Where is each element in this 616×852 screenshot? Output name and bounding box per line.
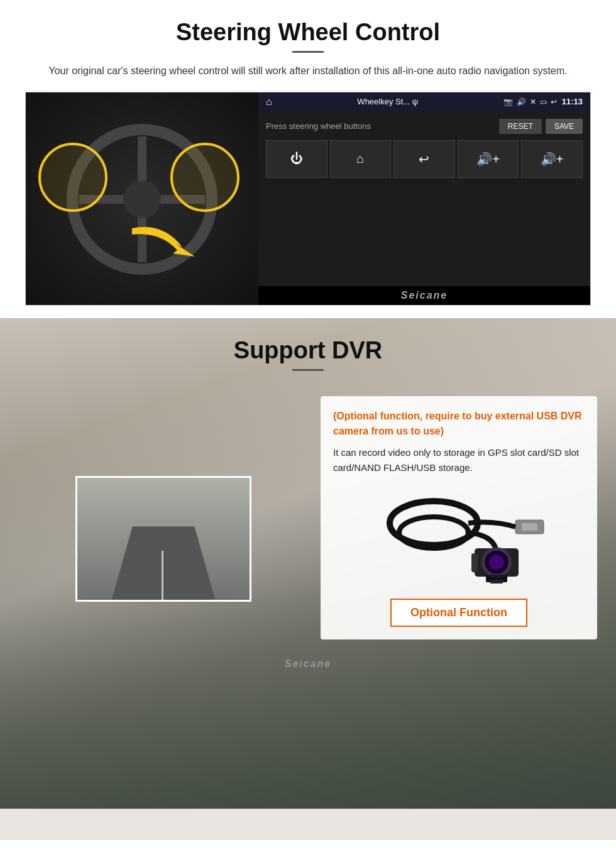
status-icons-group: 📷 🔊 ✕ ▭ ↩ bbox=[503, 97, 557, 106]
bottom-bar bbox=[0, 809, 616, 840]
swc-back-cell[interactable]: ↩ bbox=[393, 140, 455, 178]
swc-button-grid: ⏻ ⌂ ↩ 🔊+ 🔊+ bbox=[266, 140, 583, 178]
svg-point-8 bbox=[492, 557, 502, 567]
swc-vol-up-cell[interactable]: 🔊+ bbox=[458, 140, 519, 178]
volume-icon: 🔊 bbox=[517, 97, 526, 106]
steering-wheel-image bbox=[26, 92, 258, 306]
camera-icon: 📷 bbox=[503, 97, 513, 106]
status-time: 11:13 bbox=[562, 97, 583, 106]
swc-ui: Press steering wheel buttons RESET SAVE … bbox=[258, 111, 590, 286]
seicane-watermark-1: Seicane bbox=[258, 286, 590, 305]
swc-buttons-group: RESET SAVE bbox=[499, 119, 583, 134]
dvr-description: It can record video only to storage in G… bbox=[333, 445, 585, 475]
close-icon: ✕ bbox=[530, 97, 536, 106]
optional-function-button[interactable]: Optional Function bbox=[390, 599, 527, 627]
dvr-left-panel bbox=[19, 396, 308, 639]
dvr-info-box: (Optional function, require to buy exter… bbox=[321, 396, 597, 639]
dvr-dashcam-screenshot bbox=[75, 476, 251, 602]
swc-power-cell[interactable]: ⏻ bbox=[266, 140, 327, 178]
section1-divider bbox=[292, 51, 324, 53]
dvr-divider bbox=[292, 369, 324, 371]
dvr-content-area: (Optional function, require to buy exter… bbox=[0, 384, 616, 652]
road-center-line bbox=[162, 551, 163, 600]
android-screen: ⌂ Wheelkey St... ψ 📷 🔊 ✕ ▭ ↩ 11:13 Press… bbox=[258, 92, 590, 305]
android-statusbar: ⌂ Wheelkey St... ψ 📷 🔊 ✕ ▭ ↩ 11:13 bbox=[258, 92, 590, 111]
home-icon: ⌂ bbox=[266, 96, 272, 108]
dvr-camera-svg bbox=[371, 485, 547, 586]
dvr-title: Support DVR bbox=[0, 337, 616, 364]
swc-vol-down-cell[interactable]: 🔊+ bbox=[521, 140, 583, 178]
section1-subtitle: Your original car's steering wheel contr… bbox=[25, 63, 591, 79]
svg-rect-3 bbox=[522, 523, 537, 531]
svg-rect-10 bbox=[490, 580, 503, 584]
steering-wheel-bg bbox=[26, 92, 258, 306]
highlight-circle-left bbox=[38, 143, 107, 212]
swc-label: Press steering wheel buttons bbox=[266, 121, 371, 131]
section1-title: Steering Wheel Control bbox=[25, 19, 591, 46]
screen-icon: ▭ bbox=[540, 97, 547, 106]
wheel-center-hub bbox=[123, 180, 161, 218]
section-steering-wheel: Steering Wheel Control Your original car… bbox=[0, 0, 616, 318]
dvr-camera-image-area bbox=[333, 485, 585, 586]
steering-image-container: ⌂ Wheelkey St... ψ 📷 🔊 ✕ ▭ ↩ 11:13 Press… bbox=[25, 92, 591, 306]
section-dvr: Support DVR (Optional function, require … bbox=[0, 318, 616, 809]
swc-header: Press steering wheel buttons RESET SAVE bbox=[266, 119, 583, 134]
swc-home-cell[interactable]: ⌂ bbox=[330, 140, 392, 178]
seicane-watermark-2: Seicane bbox=[0, 652, 616, 676]
direction-arrow bbox=[126, 216, 207, 275]
optional-function-container: Optional Function bbox=[333, 592, 585, 627]
svg-rect-5 bbox=[471, 553, 478, 572]
dvr-optional-notice: (Optional function, require to buy exter… bbox=[333, 409, 585, 439]
status-app-title: Wheelkey St... ψ bbox=[277, 97, 498, 106]
dvr-right-panel: (Optional function, require to buy exter… bbox=[321, 396, 597, 639]
dvr-camera-image bbox=[371, 485, 547, 586]
dvr-title-area: Support DVR bbox=[0, 318, 616, 377]
highlight-circle-right bbox=[170, 143, 239, 212]
swc-save-button[interactable]: SAVE bbox=[546, 119, 583, 134]
swc-reset-button[interactable]: RESET bbox=[499, 119, 542, 134]
back-icon: ↩ bbox=[551, 97, 557, 106]
